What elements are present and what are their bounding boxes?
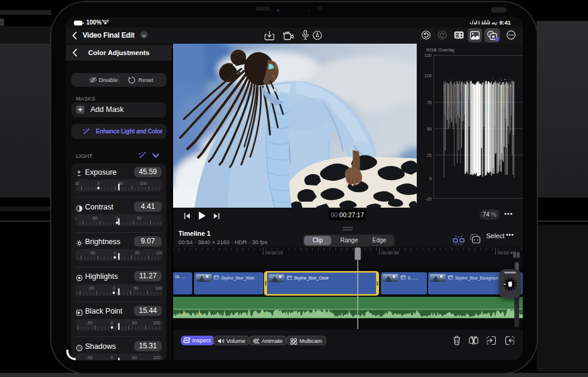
svg-text:100: 100 bbox=[155, 285, 162, 290]
svg-text:50: 50 bbox=[132, 320, 137, 324]
svg-text:Sk......: Sk...... bbox=[175, 275, 186, 279]
svg-text:0: 0 bbox=[429, 176, 432, 181]
svg-text:-50: -50 bbox=[88, 285, 94, 290]
svg-text:-50: -50 bbox=[86, 320, 92, 324]
svg-text:50: 50 bbox=[427, 126, 432, 132]
svg-text:-50: -50 bbox=[86, 355, 92, 360]
svg-text:120: 120 bbox=[424, 53, 432, 58]
svg-text:00:00:30: 00:00:30 bbox=[381, 250, 399, 256]
svg-text:100: 100 bbox=[153, 320, 160, 324]
svg-text:0: 0 bbox=[113, 285, 115, 290]
svg-text:S.......: S....... bbox=[408, 276, 418, 280]
svg-text:75: 75 bbox=[427, 100, 432, 105]
svg-text:100: 100 bbox=[156, 251, 162, 255]
svg-text:0: 0 bbox=[111, 320, 113, 324]
svg-text:-50: -50 bbox=[75, 181, 79, 186]
svg-text:Skyline_Blue_Wide: Skyline_Blue_Wide bbox=[221, 276, 254, 281]
svg-text:-50: -50 bbox=[92, 216, 98, 220]
svg-text:00:00:45: 00:00:45 bbox=[498, 250, 515, 256]
svg-text:Skyline_Blue_Close: Skyline_Blue_Close bbox=[294, 276, 329, 281]
svg-text:0: 0 bbox=[116, 216, 118, 220]
svg-text:9:41: 9:41 bbox=[499, 19, 511, 26]
svg-text:-50: -50 bbox=[89, 251, 95, 255]
svg-text:50: 50 bbox=[134, 285, 139, 290]
svg-text:-100: -100 bbox=[75, 216, 76, 220]
svg-text:50: 50 bbox=[132, 355, 137, 360]
svg-text:0: 0 bbox=[97, 181, 99, 186]
svg-text:50: 50 bbox=[135, 251, 140, 255]
svg-text:00:00:15: 00:00:15 bbox=[265, 250, 283, 256]
svg-text:50: 50 bbox=[137, 216, 142, 220]
svg-text:-20: -20 bbox=[425, 196, 432, 202]
svg-text:0: 0 bbox=[114, 251, 116, 255]
svg-text:100: 100 bbox=[153, 355, 160, 360]
svg-text:100: 100 bbox=[140, 181, 147, 186]
svg-text:0: 0 bbox=[111, 355, 113, 360]
svg-text:100: 100 bbox=[424, 73, 432, 78]
svg-text:Skyline_Blue_Backgroun: Skyline_Blue_Backgroun bbox=[455, 276, 499, 281]
svg-text:25: 25 bbox=[427, 153, 432, 158]
